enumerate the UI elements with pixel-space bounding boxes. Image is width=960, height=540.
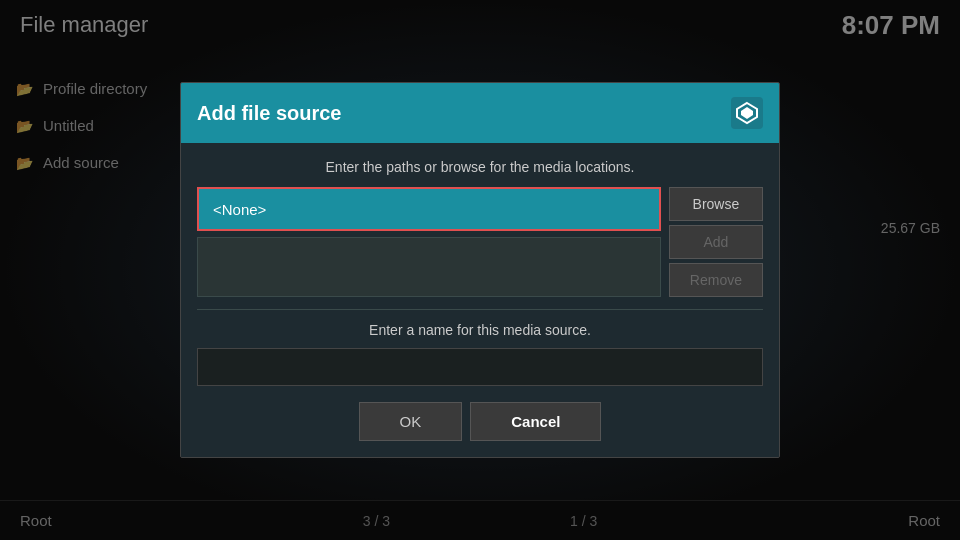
path-input[interactable] [197,187,661,231]
name-instruction: Enter a name for this media source. [197,322,763,338]
side-buttons: Browse Add Remove [669,187,763,297]
dialog: Add file source Enter the paths or brows… [180,82,780,458]
divider [197,309,763,310]
dialog-title: Add file source [197,102,341,125]
modal-overlay: Add file source Enter the paths or brows… [0,0,960,540]
add-button[interactable]: Add [669,225,763,259]
browse-button[interactable]: Browse [669,187,763,221]
kodi-icon-button[interactable] [731,97,763,129]
kodi-logo-icon [735,101,759,125]
path-instruction: Enter the paths or browse for the media … [197,159,763,175]
dialog-header: Add file source [181,83,779,143]
remove-button[interactable]: Remove [669,263,763,297]
dialog-body: Enter the paths or browse for the media … [181,143,779,457]
paths-list [197,237,661,297]
dialog-actions: OK Cancel [197,402,763,441]
svg-marker-1 [741,107,753,119]
path-input-row: Browse Add Remove [197,187,763,297]
ok-button[interactable]: OK [359,402,463,441]
name-input[interactable] [197,348,763,386]
cancel-button[interactable]: Cancel [470,402,601,441]
